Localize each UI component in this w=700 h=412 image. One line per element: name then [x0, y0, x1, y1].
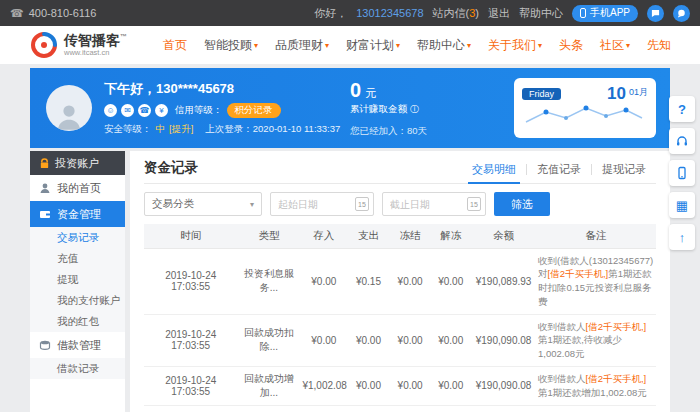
inbox-link[interactable]: 站内信(3) — [433, 6, 479, 21]
greeting-label: 你好， — [314, 6, 347, 21]
remark-cell: 收到(借款人(13012345677)对[借2千买手机,]第1期还款时扣除0.1… — [536, 248, 656, 314]
sidebar-item-funds-management[interactable]: 资金管理 — [30, 201, 125, 227]
email-verified-icon: ✉ — [121, 104, 134, 117]
sidebar: 投资账户 我的首页 资金管理 交易记录 充值 提现 我的支付账户 我的红包 借款… — [30, 151, 125, 412]
time-cell: 2019-10-24 17:03:55 — [144, 248, 237, 314]
calendar-card: Friday 10 01月 — [514, 78, 656, 138]
sidebar-item-loan-records[interactable]: 借款记录 — [30, 358, 125, 379]
banner-greeting: 下午好，130****45678 — [104, 80, 340, 98]
wallet-icon — [39, 208, 51, 220]
info-icon[interactable]: ⓘ — [410, 103, 419, 116]
frozen-cell: ¥0.00 — [390, 248, 431, 314]
help-icon[interactable]: ? — [669, 96, 695, 122]
deposit-cell: ¥0.00 — [300, 248, 347, 314]
logout-link[interactable]: 退出 — [488, 6, 510, 21]
chevron-down-icon: ▾ — [396, 41, 400, 50]
nav-item-about-us[interactable]: 关于我们▾ — [488, 37, 542, 54]
chevron-down-icon: ▾ — [254, 41, 258, 50]
earnings-block: 0 元 累计赚取金额ⓘ 您已经加入：80天 — [350, 79, 427, 138]
user-verified-icon: ☺ — [104, 104, 117, 117]
earnings-label: 累计赚取金额 — [350, 103, 407, 116]
headset-icon[interactable] — [669, 128, 695, 154]
chevron-down-icon: ▾ — [626, 41, 630, 50]
mobile-icon[interactable] — [669, 160, 695, 186]
mobile-app-button[interactable]: 手机APP — [572, 5, 638, 22]
time-cell: 2019-10-24 17:03:55 — [144, 366, 237, 405]
mobile-phone-icon — [580, 8, 586, 18]
security-boost-link[interactable]: [提升] — [169, 123, 193, 136]
calendar-decoration — [522, 104, 646, 126]
social-icon-1[interactable] — [647, 5, 664, 22]
main-panel: 资金记录 交易明细 充值记录 提现记录 交易分类 ▾ 15 15 筛选 — [130, 151, 670, 412]
sidebar-item-payment-account[interactable]: 我的支付账户 — [30, 290, 125, 311]
nav-item-wealth-plan[interactable]: 财富计划▾ — [346, 37, 400, 54]
loan-title-link[interactable]: [借2千买手机,] — [548, 268, 609, 279]
expense-cell: ¥0.15 — [347, 248, 390, 314]
unfrozen-cell: ¥0.00 — [430, 314, 471, 366]
tab-recharge-records[interactable]: 充值记录 — [527, 162, 591, 177]
frozen-cell: ¥0.00 — [390, 366, 431, 405]
type-cell: 回款成功增加... — [237, 366, 300, 405]
calendar-icon[interactable]: 15 — [467, 197, 481, 211]
col-expense: 支出 — [347, 224, 390, 248]
sidebar-item-transaction-records[interactable]: 交易记录 — [30, 227, 125, 248]
logo-icon — [30, 31, 58, 59]
tab-transaction-detail[interactable]: 交易明细 — [462, 162, 526, 177]
sidebar-item-my-home[interactable]: 我的首页 — [30, 175, 125, 201]
nav-item-oracle[interactable]: 先知 — [647, 37, 671, 54]
nav-item-help-center[interactable]: 帮助中心▾ — [417, 37, 471, 54]
balance-cell: ¥190,089.93 — [471, 248, 536, 314]
expense-cell: ¥0.00 — [347, 366, 390, 405]
floating-toolbar: ? ▦ ↑ — [669, 96, 695, 250]
topbar-phone: ☎ 400-810-6116 — [10, 7, 96, 20]
username-link[interactable]: 13012345678 — [356, 7, 423, 19]
service-phone-number: 400-810-6116 — [29, 7, 97, 19]
phone-icon: ☎ — [10, 7, 24, 20]
sidebar-item-recharge[interactable]: 充值 — [30, 248, 125, 269]
site-logo[interactable]: 传智播客™ www.itcast.cn — [30, 31, 127, 59]
loan-title-link[interactable]: [借2千买手机,] — [586, 373, 647, 384]
transaction-category-select[interactable]: 交易分类 ▾ — [144, 192, 262, 216]
calendar-day: 10 — [607, 84, 626, 104]
type-cell: 投资利息服务... — [237, 248, 300, 314]
sidebar-item-loan-management[interactable]: 借款管理 — [30, 332, 125, 358]
page-title: 资金记录 — [144, 159, 198, 177]
topbar: ☎ 400-810-6116 你好， 13012345678 站内信(3) 退出… — [0, 0, 700, 26]
sidebar-item-red-packets[interactable]: 我的红包 — [30, 311, 125, 332]
loan-title-link[interactable]: [借2千买手机,] — [586, 321, 647, 332]
calendar-icon[interactable]: 15 — [355, 197, 369, 211]
start-date-field: 15 — [270, 192, 374, 216]
earnings-unit: 元 — [366, 87, 377, 99]
col-type: 类型 — [237, 224, 300, 248]
last-login-text: 上次登录：2020-01-10 11:33:37 — [205, 123, 340, 136]
filter-button[interactable]: 筛选 — [494, 192, 550, 216]
lock-icon — [39, 158, 50, 169]
security-level-value: 中 — [156, 123, 166, 136]
social-icon-2[interactable] — [673, 5, 690, 22]
table-header-row: 时间 类型 存入 支出 冻结 解冻 余额 备注 — [144, 224, 656, 248]
chevron-down-icon: ▾ — [250, 200, 254, 209]
nav-item-home[interactable]: 首页 — [163, 37, 187, 54]
credit-level-label: 信用等级： — [175, 104, 223, 117]
transactions-table: 时间 类型 存入 支出 冻结 解冻 余额 备注 2019-10-24 17:03… — [144, 224, 656, 406]
nav-item-community[interactable]: 社区▾ — [600, 37, 630, 54]
sidebar-item-invest-account[interactable]: 投资账户 — [30, 151, 125, 175]
avatar[interactable] — [46, 85, 92, 131]
brand-name: 传智播客™ — [64, 33, 127, 48]
security-level-label: 安全等级： — [104, 123, 152, 136]
nav-item-quality-finance[interactable]: 品质理财▾ — [275, 37, 329, 54]
nav-item-robo-advisor[interactable]: 智能投顾▾ — [204, 37, 258, 54]
sidebar-item-withdraw[interactable]: 提现 — [30, 269, 125, 290]
chevron-down-icon: ▾ — [325, 41, 329, 50]
tab-withdraw-records[interactable]: 提现记录 — [592, 162, 656, 177]
points-record-badge[interactable]: 积分记录 — [227, 103, 281, 118]
col-unfrozen: 解冻 — [430, 224, 471, 248]
site-header: 传智播客™ www.itcast.cn 首页 智能投顾▾ 品质理财▾ 财富计划▾… — [0, 26, 700, 64]
expense-cell: ¥0.00 — [347, 314, 390, 366]
help-center-link[interactable]: 帮助中心 — [519, 6, 563, 21]
back-to-top-icon[interactable]: ↑ — [669, 224, 695, 250]
coins-icon — [39, 339, 51, 351]
user-icon — [54, 101, 84, 131]
nav-item-headlines[interactable]: 头条 — [559, 37, 583, 54]
qrcode-icon[interactable]: ▦ — [669, 192, 695, 218]
